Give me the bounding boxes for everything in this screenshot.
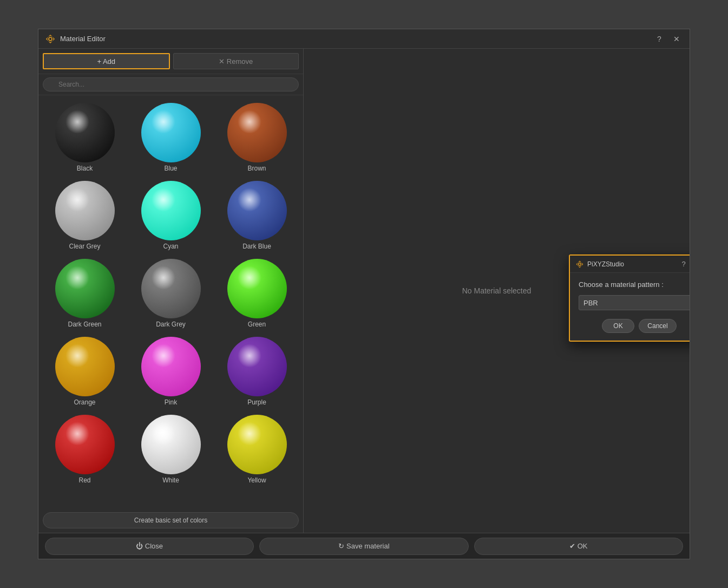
material-ball-blue — [141, 103, 201, 162]
modal-buttons: OK Cancel — [579, 319, 690, 333]
svg-point-0 — [49, 37, 52, 41]
add-button[interactable]: + Add — [43, 53, 170, 69]
modal-cancel-button[interactable]: Cancel — [639, 319, 677, 333]
material-ball-cyan — [141, 181, 201, 240]
material-pattern-select[interactable]: PBR Phong Unlit — [579, 295, 690, 310]
modal-title: PiXYZStudio — [587, 260, 675, 268]
close-window-button[interactable]: ✕ — [670, 32, 683, 45]
material-ball-green — [227, 259, 287, 318]
left-panel: + Add ✕ Remove 🔍 BlackBlueBrownClear Gre… — [38, 49, 304, 533]
svg-point-1 — [579, 263, 581, 265]
material-label-yellow: Yellow — [247, 476, 266, 484]
material-ball-dark-blue — [227, 181, 287, 240]
title-bar: Material Editor ? ✕ — [38, 29, 690, 49]
help-button[interactable]: ? — [653, 32, 666, 45]
material-ball-red — [55, 415, 115, 474]
material-item-white[interactable]: White — [130, 413, 212, 486]
material-label-brown: Brown — [247, 165, 266, 172]
material-item-clear-grey[interactable]: Clear Grey — [44, 179, 126, 252]
material-label-clear-grey: Clear Grey — [69, 243, 100, 250]
material-item-blue[interactable]: Blue — [130, 101, 212, 174]
search-wrapper: 🔍 — [43, 77, 299, 92]
material-ball-dark-green — [55, 259, 115, 318]
material-label-dark-grey: Dark Grey — [156, 321, 186, 328]
material-label-blue: Blue — [164, 165, 177, 172]
toolbar: + Add ✕ Remove — [38, 49, 303, 74]
modal-logo-icon — [575, 260, 584, 269]
remove-button[interactable]: ✕ Remove — [173, 53, 299, 69]
material-item-black[interactable]: Black — [44, 101, 126, 174]
search-input[interactable] — [43, 77, 299, 92]
close-button[interactable]: ⏻ Close — [45, 538, 254, 555]
no-material-text: No Material selected — [462, 286, 532, 295]
right-panel: No Material selected PiXYZStudio ? — [304, 49, 690, 533]
material-label-white: White — [162, 476, 179, 484]
material-label-dark-blue: Dark Blue — [242, 243, 271, 250]
material-label-cyan: Cyan — [163, 243, 178, 250]
material-ball-yellow — [227, 415, 287, 474]
material-item-pink[interactable]: Pink — [130, 335, 212, 408]
create-basic-button[interactable]: Create basic set of colors — [43, 512, 299, 528]
material-label-orange: Orange — [74, 398, 95, 406]
material-item-dark-green[interactable]: Dark Green — [44, 257, 126, 330]
material-ball-pink — [141, 337, 201, 396]
material-item-cyan[interactable]: Cyan — [130, 179, 212, 252]
material-item-red[interactable]: Red — [44, 413, 126, 486]
save-material-button[interactable]: ↻ Save material — [259, 538, 468, 555]
material-item-green[interactable]: Green — [216, 257, 298, 330]
material-label-red: Red — [78, 476, 90, 484]
modal-prompt: Choose a material pattern : — [579, 280, 690, 289]
modal-help-button[interactable]: ? — [678, 259, 689, 270]
material-ball-white — [141, 415, 201, 474]
material-label-black: Black — [77, 165, 93, 172]
material-item-dark-blue[interactable]: Dark Blue — [216, 179, 298, 252]
modal-title-bar: PiXYZStudio ? ✕ — [570, 256, 690, 273]
modal-ok-button[interactable]: OK — [602, 319, 634, 333]
ok-button[interactable]: ✔ OK — [474, 538, 683, 555]
material-label-green: Green — [248, 321, 266, 328]
material-label-purple: Purple — [247, 398, 266, 406]
material-label-pink: Pink — [165, 398, 177, 406]
material-item-orange[interactable]: Orange — [44, 335, 126, 408]
app-logo-icon — [45, 34, 56, 44]
material-ball-brown — [227, 103, 287, 162]
modal-dialog: PiXYZStudio ? ✕ Choose a material patter… — [569, 254, 690, 342]
bottom-bar: ⏻ Close ↻ Save material ✔ OK — [38, 533, 690, 559]
modal-body: Choose a material pattern : PBR Phong Un… — [570, 273, 690, 341]
main-content: + Add ✕ Remove 🔍 BlackBlueBrownClear Gre… — [38, 49, 690, 533]
material-item-purple[interactable]: Purple — [216, 335, 298, 408]
material-ball-black — [55, 103, 115, 162]
material-label-dark-green: Dark Green — [68, 321, 101, 328]
material-item-dark-grey[interactable]: Dark Grey — [130, 257, 212, 330]
material-ball-dark-grey — [141, 259, 201, 318]
main-window: Material Editor ? ✕ + Add ✕ Remove 🔍 Bla… — [38, 29, 690, 559]
material-ball-purple — [227, 337, 287, 396]
material-item-brown[interactable]: Brown — [216, 101, 298, 174]
materials-grid: BlackBlueBrownClear GreyCyanDark BlueDar… — [38, 95, 303, 509]
modal-select-row: PBR Phong Unlit ▼ — [579, 295, 690, 310]
search-bar: 🔍 — [38, 74, 303, 95]
window-title: Material Editor — [60, 35, 648, 43]
material-ball-clear-grey — [55, 181, 115, 240]
material-ball-orange — [55, 337, 115, 396]
material-item-yellow[interactable]: Yellow — [216, 413, 298, 486]
